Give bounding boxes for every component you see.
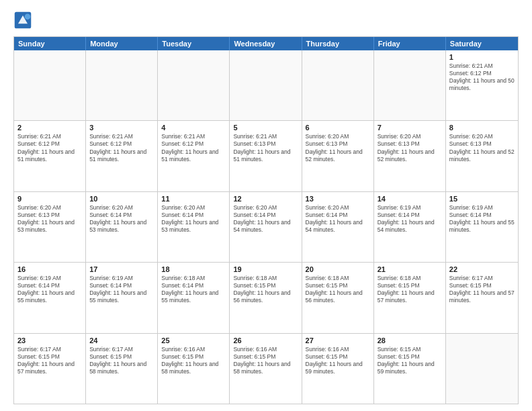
day-detail: Sunrise: 6:17 AM Sunset: 6:15 PM Dayligh… [449, 275, 515, 304]
day-detail: Sunrise: 6:16 AM Sunset: 6:15 PM Dayligh… [161, 346, 226, 375]
day-detail: Sunrise: 6:21 AM Sunset: 6:12 PM Dayligh… [449, 62, 515, 92]
day-number: 1 [449, 53, 515, 61]
calendar-row-2: 9Sunrise: 6:20 AM Sunset: 6:13 PM Daylig… [14, 191, 518, 262]
calendar-row-3: 16Sunrise: 6:19 AM Sunset: 6:14 PM Dayli… [14, 262, 518, 332]
day-number: 26 [233, 336, 298, 345]
calendar-cell-1: 1Sunrise: 6:21 AM Sunset: 6:12 PM Daylig… [446, 50, 518, 120]
day-detail: Sunrise: 6:21 AM Sunset: 6:12 PM Dayligh… [17, 133, 82, 163]
calendar-header: SundayMondayTuesdayWednesdayThursdayFrid… [14, 37, 518, 50]
day-number: 22 [449, 265, 515, 273]
day-number: 23 [17, 336, 82, 345]
calendar-body: 1Sunrise: 6:21 AM Sunset: 6:12 PM Daylig… [14, 50, 518, 404]
day-detail: Sunrise: 6:20 AM Sunset: 6:14 PM Dayligh… [306, 204, 370, 234]
calendar-cell-22: 22Sunrise: 6:17 AM Sunset: 6:15 PM Dayli… [446, 263, 518, 332]
day-detail: Sunrise: 6:20 AM Sunset: 6:13 PM Dayligh… [306, 133, 370, 163]
calendar-cell-8: 8Sunrise: 6:20 AM Sunset: 6:13 PM Daylig… [446, 121, 518, 191]
header-day-saturday: Saturday [446, 37, 518, 50]
day-detail: Sunrise: 6:20 AM Sunset: 6:13 PM Dayligh… [449, 133, 515, 163]
day-number: 3 [89, 124, 154, 132]
day-number: 16 [17, 265, 82, 273]
calendar-row-4: 23Sunrise: 6:17 AM Sunset: 6:15 PM Dayli… [14, 333, 518, 404]
day-detail: Sunrise: 6:20 AM Sunset: 6:14 PM Dayligh… [89, 204, 154, 234]
calendar-cell-17: 17Sunrise: 6:19 AM Sunset: 6:14 PM Dayli… [86, 263, 158, 332]
header [13, 11, 519, 30]
day-number: 11 [161, 195, 226, 203]
calendar-cell-16: 16Sunrise: 6:19 AM Sunset: 6:14 PM Dayli… [14, 263, 86, 332]
header-day-wednesday: Wednesday [230, 37, 302, 50]
header-day-tuesday: Tuesday [158, 37, 230, 50]
day-number: 27 [306, 336, 370, 345]
day-number: 12 [233, 195, 298, 203]
calendar-cell-15: 15Sunrise: 6:19 AM Sunset: 6:14 PM Dayli… [446, 192, 518, 262]
day-detail: Sunrise: 6:21 AM Sunset: 6:12 PM Dayligh… [89, 133, 154, 163]
logo [13, 11, 35, 30]
header-day-thursday: Thursday [302, 37, 374, 50]
calendar-cell-18: 18Sunrise: 6:18 AM Sunset: 6:14 PM Dayli… [158, 263, 230, 332]
day-number: 2 [17, 124, 82, 132]
day-detail: Sunrise: 6:21 AM Sunset: 6:12 PM Dayligh… [161, 133, 226, 163]
calendar-cell-11: 11Sunrise: 6:20 AM Sunset: 6:14 PM Dayli… [158, 192, 230, 262]
day-detail: Sunrise: 6:20 AM Sunset: 6:13 PM Dayligh… [17, 204, 82, 234]
day-detail: Sunrise: 6:20 AM Sunset: 6:14 PM Dayligh… [161, 204, 226, 234]
day-detail: Sunrise: 6:17 AM Sunset: 6:15 PM Dayligh… [17, 346, 82, 375]
day-detail: Sunrise: 6:18 AM Sunset: 6:15 PM Dayligh… [233, 275, 298, 304]
day-number: 6 [306, 124, 370, 132]
logo-icon [13, 11, 32, 30]
day-number: 19 [233, 265, 298, 273]
calendar-cell-23: 23Sunrise: 6:17 AM Sunset: 6:15 PM Dayli… [14, 334, 86, 404]
header-day-monday: Monday [86, 37, 158, 50]
calendar-cell-empty-0-3 [230, 50, 302, 120]
day-number: 24 [89, 336, 154, 345]
day-detail: Sunrise: 6:20 AM Sunset: 6:13 PM Dayligh… [378, 133, 442, 163]
calendar-cell-12: 12Sunrise: 6:20 AM Sunset: 6:14 PM Dayli… [230, 192, 302, 262]
calendar-cell-25: 25Sunrise: 6:16 AM Sunset: 6:15 PM Dayli… [158, 334, 230, 404]
day-number: 8 [449, 124, 515, 132]
calendar-cell-empty-0-1 [86, 50, 158, 120]
day-detail: Sunrise: 6:19 AM Sunset: 6:14 PM Dayligh… [449, 204, 515, 234]
calendar-cell-2: 2Sunrise: 6:21 AM Sunset: 6:12 PM Daylig… [14, 121, 86, 191]
svg-point-2 [25, 13, 31, 19]
calendar-cell-21: 21Sunrise: 6:18 AM Sunset: 6:15 PM Dayli… [374, 263, 446, 332]
calendar-cell-28: 28Sunrise: 6:15 AM Sunset: 6:15 PM Dayli… [374, 334, 446, 404]
day-number: 5 [233, 124, 298, 132]
day-number: 13 [306, 195, 370, 203]
calendar-cell-empty-4-6 [446, 334, 518, 404]
calendar-cell-empty-0-2 [158, 50, 230, 120]
calendar-cell-27: 27Sunrise: 6:16 AM Sunset: 6:15 PM Dayli… [302, 334, 374, 404]
calendar-cell-7: 7Sunrise: 6:20 AM Sunset: 6:13 PM Daylig… [374, 121, 446, 191]
calendar-cell-3: 3Sunrise: 6:21 AM Sunset: 6:12 PM Daylig… [86, 121, 158, 191]
day-number: 25 [161, 336, 226, 345]
day-detail: Sunrise: 6:15 AM Sunset: 6:15 PM Dayligh… [378, 346, 442, 375]
calendar-cell-10: 10Sunrise: 6:20 AM Sunset: 6:14 PM Dayli… [86, 192, 158, 262]
page: SundayMondayTuesdayWednesdayThursdayFrid… [0, 0, 532, 411]
calendar-cell-empty-0-4 [302, 50, 374, 120]
day-number: 9 [17, 195, 82, 203]
calendar-cell-9: 9Sunrise: 6:20 AM Sunset: 6:13 PM Daylig… [14, 192, 86, 262]
calendar-cell-empty-0-5 [374, 50, 446, 120]
header-day-sunday: Sunday [14, 37, 86, 50]
calendar-row-1: 2Sunrise: 6:21 AM Sunset: 6:12 PM Daylig… [14, 120, 518, 191]
day-number: 21 [378, 265, 442, 273]
calendar-cell-5: 5Sunrise: 6:21 AM Sunset: 6:13 PM Daylig… [230, 121, 302, 191]
header-day-friday: Friday [374, 37, 446, 50]
calendar-cell-26: 26Sunrise: 6:16 AM Sunset: 6:15 PM Dayli… [230, 334, 302, 404]
day-detail: Sunrise: 6:17 AM Sunset: 6:15 PM Dayligh… [89, 346, 154, 375]
day-detail: Sunrise: 6:16 AM Sunset: 6:15 PM Dayligh… [233, 346, 298, 375]
day-number: 18 [161, 265, 226, 273]
day-detail: Sunrise: 6:18 AM Sunset: 6:15 PM Dayligh… [306, 275, 370, 304]
day-number: 28 [378, 336, 442, 345]
day-number: 14 [378, 195, 442, 203]
calendar-cell-empty-0-0 [14, 50, 86, 120]
day-detail: Sunrise: 6:18 AM Sunset: 6:14 PM Dayligh… [161, 275, 226, 304]
calendar-cell-20: 20Sunrise: 6:18 AM Sunset: 6:15 PM Dayli… [302, 263, 374, 332]
day-number: 10 [89, 195, 154, 203]
calendar-cell-13: 13Sunrise: 6:20 AM Sunset: 6:14 PM Dayli… [302, 192, 374, 262]
calendar-cell-6: 6Sunrise: 6:20 AM Sunset: 6:13 PM Daylig… [302, 121, 374, 191]
day-detail: Sunrise: 6:19 AM Sunset: 6:14 PM Dayligh… [378, 204, 442, 234]
day-number: 7 [378, 124, 442, 132]
calendar: SundayMondayTuesdayWednesdayThursdayFrid… [13, 36, 519, 404]
calendar-row-0: 1Sunrise: 6:21 AM Sunset: 6:12 PM Daylig… [14, 50, 518, 120]
day-detail: Sunrise: 6:21 AM Sunset: 6:13 PM Dayligh… [233, 133, 298, 163]
day-number: 17 [89, 265, 154, 273]
day-detail: Sunrise: 6:19 AM Sunset: 6:14 PM Dayligh… [89, 275, 154, 304]
